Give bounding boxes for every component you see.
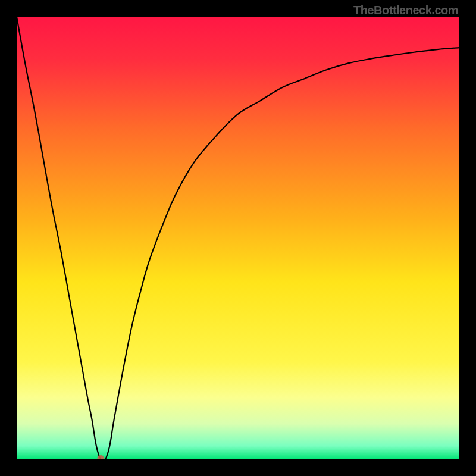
watermark-text: TheBottleneck.com <box>353 4 458 17</box>
chart-container: TheBottleneck.com <box>0 0 476 476</box>
svg-point-1 <box>97 455 104 459</box>
plot-area <box>17 17 459 459</box>
bottleneck-curve <box>17 17 459 459</box>
